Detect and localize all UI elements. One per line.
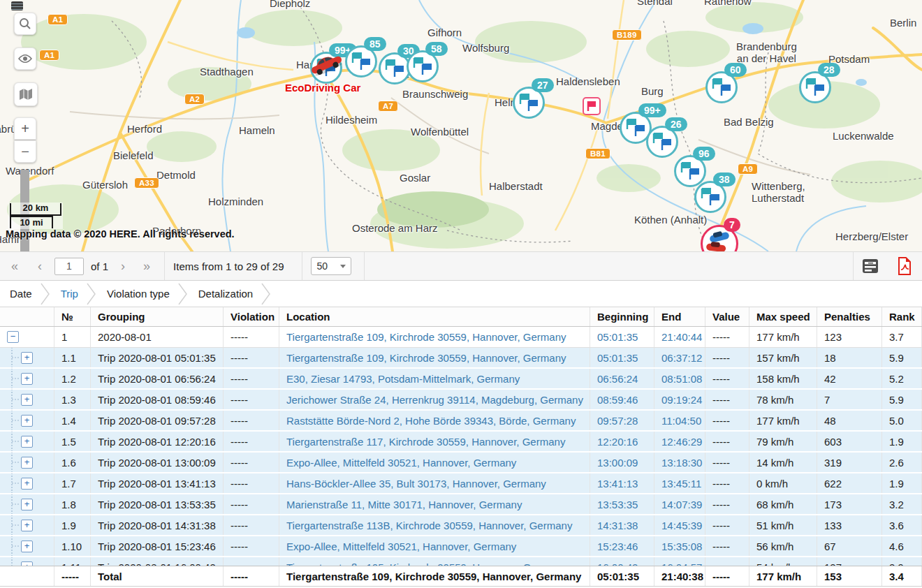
expand-button[interactable]: +	[21, 373, 33, 385]
table-row[interactable]: +1.8Trip 2020-08-01 13:53:35-----Mariens…	[0, 494, 922, 515]
flags-icon	[803, 76, 827, 98]
map-cluster[interactable]: 38	[694, 181, 726, 213]
cell-location[interactable]: Tiergartenstraße 109, Kirchrode 30559, H…	[279, 348, 590, 367]
table-row[interactable]: +1.1Trip 2020-08-01 05:01:35-----Tiergar…	[0, 348, 922, 369]
breadcrumb-item-trip[interactable]: Trip	[61, 288, 78, 300]
prev-page-button[interactable]: ‹	[38, 260, 42, 272]
map-car-cluster[interactable]: 7	[701, 225, 738, 251]
table-row[interactable]: +1.9Trip 2020-08-01 14:31:38-----Tiergar…	[0, 515, 922, 536]
cell-beginning[interactable]: 05:01:35	[590, 327, 654, 347]
expand-button[interactable]: +	[21, 457, 33, 469]
cell-end[interactable]: 12:46:29	[654, 432, 705, 451]
collapse-button[interactable]: −	[7, 331, 19, 343]
flag-marker[interactable]	[583, 97, 601, 115]
cell-beginning[interactable]: 06:56:24	[590, 369, 654, 388]
table-row[interactable]: +1.4Trip 2020-08-01 09:57:28-----Raststä…	[0, 411, 922, 432]
expand-button[interactable]: +	[21, 394, 33, 406]
expand-button[interactable]: +	[21, 415, 33, 427]
map[interactable]: DiepholzStendalRathenowBerlinGifhornWolf…	[0, 0, 922, 251]
cell-end[interactable]: 08:51:08	[654, 369, 705, 388]
cell-location[interactable]: Tiergartenstraße 109, Kirchrode 30559, H…	[279, 327, 590, 347]
map-cluster[interactable]: 28	[799, 71, 831, 103]
cell-grouping: Trip 2020-08-01 14:31:38	[91, 515, 224, 535]
map-visibility-button[interactable]	[14, 47, 36, 70]
cell-beginning[interactable]: 13:53:35	[590, 494, 654, 514]
cell-end[interactable]: 15:35:08	[654, 536, 705, 556]
cell-beginning[interactable]: 16:00:43	[590, 557, 654, 566]
cell-beginning[interactable]: 14:31:38	[590, 515, 654, 535]
cell-end[interactable]: 16:04:57	[654, 557, 705, 566]
zoom-out-button[interactable]: −	[14, 140, 36, 163]
cell-location[interactable]: Jerichower Straße 24, Herrenkrug 39114, …	[279, 390, 590, 409]
cell-location[interactable]: E30, Ziesar 14793, Potsdam-Mittelmark, G…	[279, 369, 590, 388]
expand-button[interactable]: +	[21, 352, 33, 364]
map-city-label: Detmold	[156, 169, 196, 181]
cell-end[interactable]: 13:18:30	[654, 453, 705, 472]
expand-button[interactable]: +	[21, 520, 33, 531]
table-row[interactable]: +1.2Trip 2020-08-01 06:56:24-----E30, Zi…	[0, 369, 922, 390]
cell-beginning[interactable]: 13:00:09	[590, 453, 654, 472]
cell-penalties: 173	[817, 494, 882, 514]
cell-beginning[interactable]: 09:57:28	[590, 411, 654, 430]
cell-end[interactable]: 06:37:12	[654, 348, 705, 367]
expand-button[interactable]: +	[21, 541, 33, 552]
chevron-right-icon	[261, 282, 272, 306]
breadcrumb-item-violation-type[interactable]: Violation type	[107, 288, 170, 300]
expand-button[interactable]: +	[21, 499, 33, 510]
expand-button[interactable]: +	[21, 436, 33, 448]
page-number-input[interactable]	[54, 258, 84, 275]
table-row[interactable]: +1.11Trip 2020-08-01 16:00:43-----Tierga…	[0, 557, 922, 566]
cell-beginning[interactable]: 05:01:35	[590, 348, 654, 367]
last-page-button[interactable]: »	[143, 260, 150, 272]
breadcrumb-item-date[interactable]: Date	[10, 288, 32, 300]
cell-beginning[interactable]: 13:41:13	[590, 473, 654, 493]
table-row[interactable]: −12020-08-01-----Tiergartenstraße 109, K…	[0, 327, 922, 348]
table-row[interactable]: +1.10Trip 2020-08-01 15:23:46-----Expo-A…	[0, 536, 922, 557]
map-search-button[interactable]	[14, 13, 36, 35]
cell-location[interactable]: Raststätte Börde-Nord 2, Hohe Börde 3934…	[279, 411, 590, 430]
map-cluster[interactable]: 96	[674, 155, 706, 187]
cell-location[interactable]: Tiergartenstraße 117, Kirchrode 30559, H…	[279, 432, 590, 451]
next-page-button[interactable]: ›	[121, 260, 125, 272]
cell-end[interactable]: 14:45:39	[654, 515, 705, 535]
cell-location[interactable]: Expo-Allee, Mittelfeld 30521, Hannover, …	[279, 453, 590, 472]
cell-end[interactable]: 09:19:24	[654, 390, 705, 409]
cell-location[interactable]: Hans-Böckler-Allee 35, Bult 30173, Hanno…	[279, 473, 590, 493]
cell-beginning[interactable]: 08:59:46	[590, 390, 654, 409]
cell-location[interactable]: Expo-Allee, Mittelfeld 30521, Hannover, …	[279, 536, 590, 556]
map-cluster[interactable]: 27	[513, 87, 545, 119]
cell-beginning[interactable]: 15:23:46	[590, 536, 654, 556]
map-cluster[interactable]: 26	[646, 126, 678, 158]
expand-button[interactable]: +	[21, 478, 33, 490]
page-size-select[interactable]: 50	[311, 257, 351, 275]
table-row[interactable]: +1.7Trip 2020-08-01 13:41:13-----Hans-Bö…	[0, 473, 922, 494]
map-cluster[interactable]: 58	[407, 50, 439, 82]
table-row[interactable]: +1.6Trip 2020-08-01 13:00:09-----Expo-Al…	[0, 453, 922, 473]
cell-grouping: Trip 2020-08-01 16:00:43	[91, 557, 224, 566]
breadcrumb-item-detalization[interactable]: Detalization	[198, 288, 253, 300]
cell-end[interactable]: 13:45:11	[654, 473, 705, 493]
road-badge: A1	[47, 14, 68, 25]
table-view-button[interactable]	[862, 258, 879, 274]
map-menu-icon[interactable]	[11, 1, 23, 10]
cell-beginning[interactable]: 12:20:16	[590, 432, 654, 451]
cell-end[interactable]: 21:40:44	[654, 327, 705, 347]
map-cluster[interactable]: 30	[379, 52, 411, 84]
cell-location[interactable]: Tiergartenstraße 105, Kirchrode 30559, H…	[279, 557, 590, 566]
cell-value: -----	[705, 473, 749, 493]
zoom-in-button[interactable]: +	[14, 117, 36, 140]
map-layers-button[interactable]	[14, 82, 38, 106]
cell-end[interactable]: 11:04:50	[654, 411, 705, 430]
cell-location[interactable]: Tiergartenstraße 113B, Kirchrode 30559, …	[279, 515, 590, 535]
map-cluster[interactable]: 60	[705, 71, 738, 103]
table-row[interactable]: +1.5Trip 2020-08-01 12:20:16-----Tiergar…	[0, 432, 922, 453]
column-header-violation: Violation	[224, 307, 279, 326]
cell-end[interactable]: 14:07:39	[654, 494, 705, 514]
table-row[interactable]: +1.3Trip 2020-08-01 08:59:46-----Jericho…	[0, 390, 922, 411]
export-pdf-button[interactable]	[897, 257, 912, 275]
map-cluster[interactable]: 85	[345, 45, 377, 78]
cell-end: 21:40:38	[654, 566, 705, 586]
cell-penalties: 67	[817, 536, 882, 556]
cell-location[interactable]: Marienstraße 11, Mitte 30171, Hannover, …	[279, 494, 590, 514]
first-page-button[interactable]: «	[11, 260, 18, 272]
